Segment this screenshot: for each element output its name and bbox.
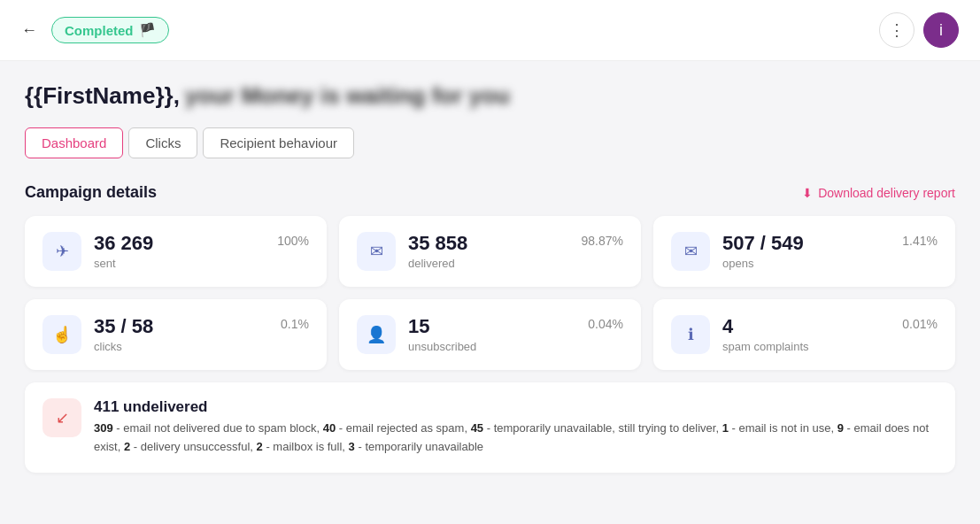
unsubscribed-percent: 0.04% (588, 315, 623, 331)
spam-label: spam complaints (722, 340, 890, 353)
status-badge: Completed 🏴 (51, 17, 169, 43)
main-content: {{FirstName}}, your Money is waiting for… (0, 61, 980, 494)
download-icon: ⬇ (802, 186, 813, 200)
campaign-title: {{FirstName}}, your Money is waiting for… (25, 82, 955, 110)
stat-content-spam: 4 spam complaints (722, 315, 890, 353)
section-title: Campaign details (25, 183, 157, 202)
section-header: Campaign details ⬇ Download delivery rep… (25, 183, 955, 202)
download-label: Download delivery report (818, 186, 955, 200)
title-rest: your Money is waiting for you (185, 82, 510, 110)
status-label: Completed (65, 23, 134, 38)
clicks-label: clicks (94, 340, 268, 353)
flag-icon: 🏴 (139, 22, 156, 38)
delivered-number: 35 858 (408, 232, 569, 255)
download-report-link[interactable]: ⬇ Download delivery report (802, 186, 955, 200)
stat-content-clicks: 35 / 58 clicks (94, 315, 268, 353)
unsubscribed-number: 15 (408, 315, 575, 338)
title-firstname: {{FirstName}}, (25, 82, 180, 110)
user-button[interactable]: i (923, 12, 959, 48)
spam-percent: 0.01% (902, 315, 938, 331)
unsubscribed-label: unsubscribed (408, 340, 575, 353)
clicks-icon: ☝ (42, 315, 81, 354)
stat-content-sent: 36 269 sent (94, 232, 265, 270)
clicks-percent: 0.1% (281, 315, 309, 331)
more-options-button[interactable]: ⋮ (879, 12, 914, 48)
stat-card-clicks: ☝ 35 / 58 clicks 0.1% (25, 299, 327, 370)
back-button[interactable]: ← (21, 21, 37, 40)
page: ← Completed 🏴 ⋮ i {{FirstName}}, your Mo… (0, 0, 980, 524)
stat-content-opens: 507 / 549 opens (722, 232, 890, 270)
stat-card-unsubscribed: 👤 15 unsubscribed 0.04% (339, 299, 641, 370)
opens-percent: 1.41% (902, 232, 938, 248)
spam-icon: ℹ (671, 315, 710, 354)
tab-dashboard[interactable]: Dashboard (25, 127, 123, 158)
tab-recipient-behaviour[interactable]: Recipient behaviour (203, 127, 354, 158)
sent-label: sent (94, 257, 265, 270)
header: ← Completed 🏴 ⋮ i (0, 0, 980, 61)
delivered-label: delivered (408, 257, 569, 270)
opens-label: opens (722, 257, 890, 270)
sent-percent: 100% (277, 232, 309, 248)
unsubscribed-icon: 👤 (357, 315, 396, 354)
header-right: ⋮ i (879, 12, 959, 48)
stat-content-unsubscribed: 15 unsubscribed (408, 315, 575, 353)
undelivered-content: 411 undelivered 309 - email not delivere… (94, 398, 938, 457)
sent-number: 36 269 (94, 232, 265, 255)
user-icon: i (939, 21, 943, 40)
back-arrow-icon: ← (21, 21, 37, 40)
sent-icon: ✈ (42, 232, 81, 271)
tabs-container: Dashboard Clicks Recipient behaviour (25, 127, 955, 158)
stat-card-sent: ✈ 36 269 sent 100% (25, 216, 327, 287)
stats-grid: ✈ 36 269 sent 100% ✉ 35 858 delivered 98… (25, 216, 955, 370)
stat-content-delivered: 35 858 delivered (408, 232, 569, 270)
undelivered-card: ↙ 411 undelivered 309 - email not delive… (25, 382, 955, 473)
delivered-icon: ✉ (357, 232, 396, 271)
spam-number: 4 (722, 315, 890, 338)
stat-card-delivered: ✉ 35 858 delivered 98.87% (339, 216, 641, 287)
tab-clicks[interactable]: Clicks (128, 127, 197, 158)
more-icon: ⋮ (889, 20, 905, 40)
header-left: ← Completed 🏴 (21, 17, 169, 43)
undelivered-description: 309 - email not delivered due to spam bl… (94, 420, 938, 457)
stat-card-spam: ℹ 4 spam complaints 0.01% (653, 299, 955, 370)
undelivered-title: 411 undelivered (94, 398, 938, 416)
stat-card-opens: ✉ 507 / 549 opens 1.41% (653, 216, 955, 287)
undelivered-icon: ↙ (42, 398, 81, 437)
clicks-number: 35 / 58 (94, 315, 268, 338)
opens-number: 507 / 549 (722, 232, 890, 255)
opens-icon: ✉ (671, 232, 710, 271)
delivered-percent: 98.87% (582, 232, 623, 248)
